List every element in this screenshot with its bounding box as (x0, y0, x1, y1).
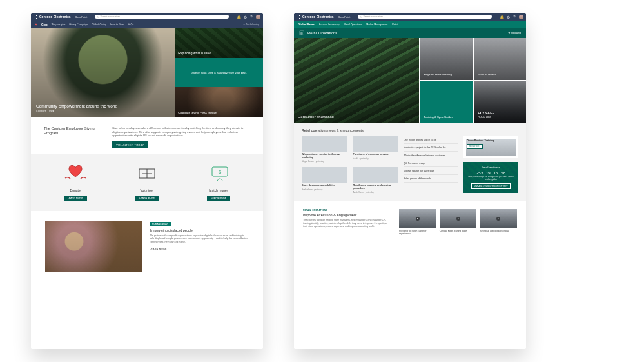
hero-main-cta[interactable]: SIGN UP TODAY › (36, 110, 170, 112)
video-card[interactable]: Providing top notch customer experiences (399, 209, 436, 235)
displaced-section: HUMANITARIAN Empowering displaced people… (31, 211, 263, 282)
search-icon (97, 16, 99, 18)
give-heart-icon: ❤ (35, 23, 37, 26)
learn-more-button[interactable]: LEARN MORE (135, 196, 159, 201)
svg-line-6 (361, 17, 362, 17)
training-eyebrow: RETAIL OPERATIONS (303, 209, 390, 212)
hub-nav: Global Sales Account Leadership Retail O… (294, 21, 526, 28)
nav-campaign[interactable]: Giving Campaign (69, 23, 88, 26)
news-link[interactable]: One million drones sold in 2018 (404, 136, 458, 144)
hero-main-tile[interactable]: Consumer showcase (294, 38, 419, 123)
search-icon (360, 16, 362, 18)
help-icon[interactable]: ? (512, 15, 516, 19)
hero-main-tile[interactable]: Community empowerment around the world S… (31, 28, 175, 117)
training-body: The courses focus on helping store manag… (303, 219, 390, 228)
donate-icon (58, 162, 93, 185)
hero-tile-videos[interactable]: Product videos (474, 38, 526, 80)
news-link[interactable]: Sales person of the month (404, 175, 458, 183)
search-placeholder: Search across sites (100, 15, 120, 18)
volunteer-button[interactable]: VOLUNTEER TODAY (112, 141, 148, 148)
news-card[interactable]: Functions of customer serviceIan Xu · ye… (353, 136, 399, 163)
play-icon (416, 217, 420, 221)
alerts-icon[interactable]: 🔔 (237, 15, 240, 19)
col-title: Volunteer (140, 188, 153, 192)
displaced-body: We partner with nonprofit organizations … (150, 234, 249, 244)
nav-why[interactable]: Why we give (52, 23, 66, 26)
play-icon (456, 217, 460, 221)
news-thumb (353, 136, 399, 152)
nav-market[interactable]: Market Management (366, 23, 387, 26)
manage-inventory-button[interactable]: MANAGE YOUR STORE INVENTORY (471, 183, 511, 189)
hero-region: Community empowerment around the world S… (31, 28, 263, 117)
volunteer-icon (130, 162, 164, 185)
follow-toggle[interactable]: ★ Following (508, 32, 521, 34)
svg-text:$: $ (219, 169, 222, 175)
displaced-image (45, 221, 142, 272)
site-brand[interactable]: Give (41, 23, 48, 26)
news-thumb (302, 167, 347, 183)
category-tag: HUMANITARIAN (150, 222, 171, 226)
three-column-section: Donate LEARN MORE Volunteer LEARN MORE $… (31, 154, 263, 211)
org-name: Contoso Electronics (39, 15, 71, 19)
follow-toggle[interactable]: ☆ Not following (243, 23, 259, 26)
nav-global[interactable]: Global Giving (92, 23, 106, 26)
news-link[interactable]: What's the difference between customer… (404, 152, 458, 159)
video-card[interactable]: Setting up your product display (480, 209, 517, 235)
hero-tile-press[interactable]: Corporate Giving: Press release (175, 87, 263, 117)
svg-point-5 (360, 16, 362, 17)
hero-tile-quote[interactable]: Give an hour. Give a Saturday. Give your… (175, 58, 263, 88)
nav-retail[interactable]: Retail (392, 23, 398, 26)
hero-tile-flagship[interactable]: Flagship store opening (420, 38, 473, 80)
search-box[interactable]: Search across sites (95, 15, 229, 19)
video-card[interactable]: Contoso MaxR training guide (440, 209, 477, 235)
learn-more-button[interactable]: LEARN MORE (207, 196, 230, 201)
news-cards: Why customer service is the new marketin… (302, 136, 398, 194)
match-money-icon: $ (201, 162, 236, 185)
news-card[interactable]: Why customer service is the new marketin… (302, 136, 347, 163)
search-placeholder: Search across sites (363, 15, 383, 18)
avatar[interactable] (519, 15, 523, 19)
register-button[interactable]: REGISTER › (467, 144, 483, 149)
avatar[interactable] (256, 15, 260, 19)
play-icon (496, 217, 500, 221)
search-box[interactable]: Search across sites (358, 15, 492, 19)
hero-tile-flysafe[interactable]: FLYSAFEFlySafe 2019 (474, 81, 526, 123)
app-name: SharePoint (75, 15, 88, 19)
site-nav: ❤ Give Why we give Giving Campaign Globa… (31, 21, 263, 28)
news-link[interactable]: Nominate a project for the 2019 sales le… (404, 144, 458, 152)
learn-more-button[interactable]: LEARN MORE (64, 196, 87, 201)
hub-brand[interactable]: Global Sales (298, 23, 315, 26)
news-card[interactable]: Store design responsibilitiesAdele Vance… (302, 167, 347, 194)
news-link[interactable]: Q4: Consumer usage (404, 159, 458, 167)
settings-icon[interactable]: ⚙ (243, 15, 247, 19)
countdown-numbers: 253 19 15 58 (467, 171, 514, 175)
nav-faqs[interactable]: FAQs (128, 23, 134, 26)
alerts-icon[interactable]: 🔔 (500, 15, 503, 19)
col-title: Match money (209, 188, 228, 192)
learn-more-link[interactable]: LEARN MORE › (150, 248, 249, 250)
hero-tile-training[interactable]: Training & Spec Guides (420, 81, 473, 123)
displaced-title: Empowering displaced people (150, 228, 249, 232)
help-icon[interactable]: ? (249, 15, 253, 19)
hero-tile-replacing[interactable]: Replacing what is used (175, 28, 263, 58)
nav-howto[interactable]: How to Give (110, 23, 124, 26)
countdown-title: Retail readiness (467, 166, 514, 169)
news-section: Retail operations news & announcements W… (294, 122, 526, 201)
news-card[interactable]: Retail store opening and closing procedu… (353, 167, 399, 194)
promo-card[interactable]: Drone Product Training REGISTER › (463, 136, 518, 158)
news-link[interactable]: 5 (best) tips for our sales staff (404, 167, 458, 175)
col-match: $ Match money LEARN MORE (189, 162, 249, 201)
app-launcher-icon[interactable] (34, 15, 37, 19)
site-logo-icon: ▥ (299, 30, 304, 35)
app-launcher-icon[interactable] (297, 15, 300, 19)
app-name: SharePoint (338, 15, 351, 19)
news-link-list: One million drones sold in 2018 Nominate… (404, 136, 458, 183)
col-volunteer: Volunteer LEARN MORE (117, 162, 177, 201)
nav-account[interactable]: Account Leadership (319, 23, 340, 26)
training-section: RETAIL OPERATIONS Improve execution & en… (294, 201, 526, 243)
nav-retailops[interactable]: Retail Operations (344, 23, 362, 26)
settings-icon[interactable]: ⚙ (506, 15, 510, 19)
countdown-card: Retail readiness 253 19 15 58 Until your… (463, 162, 518, 193)
site-header: ▥ Retail Operations ★ Following (294, 28, 526, 38)
suite-bar: Contoso Electronics SharePoint Search ac… (294, 13, 526, 21)
